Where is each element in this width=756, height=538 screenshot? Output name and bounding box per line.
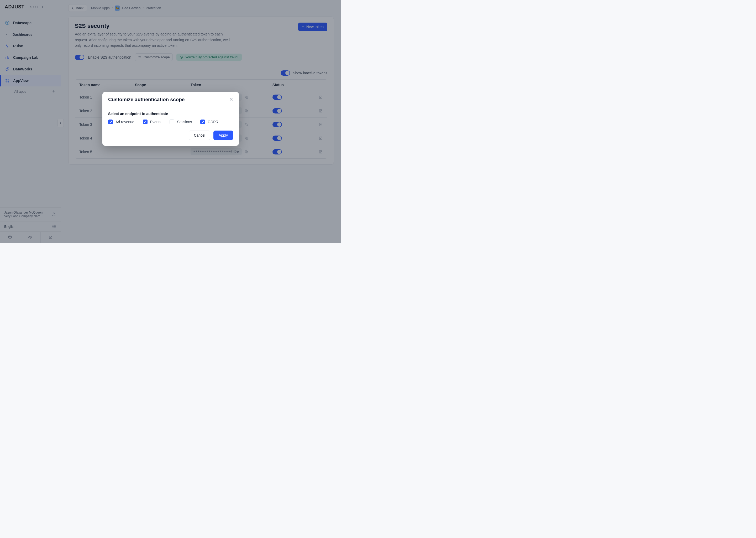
cancel-button[interactable]: Cancel: [189, 131, 210, 140]
checkbox-icon: [169, 120, 174, 124]
checkbox-label: GDPR: [208, 120, 218, 124]
checkbox-events[interactable]: Events: [143, 120, 162, 124]
checkbox-label: Ad revenue: [116, 120, 134, 124]
checkbox-ad-revenue[interactable]: Ad revenue: [108, 120, 134, 124]
endpoint-checkbox-row: Ad revenue Events Sessions GDPR: [108, 120, 233, 124]
checkbox-sessions[interactable]: Sessions: [169, 120, 192, 124]
checkbox-gdpr[interactable]: GDPR: [200, 120, 218, 124]
checkbox-icon: [108, 120, 113, 124]
checkbox-icon: [200, 120, 205, 124]
checkbox-icon: [143, 120, 148, 124]
modal-title: Customize authentication scope: [108, 97, 185, 102]
checkbox-label: Events: [150, 120, 162, 124]
checkbox-label: Sessions: [177, 120, 192, 124]
apply-button[interactable]: Apply: [213, 131, 233, 140]
modal-subtitle: Select an endpoint to authenticate: [108, 112, 233, 116]
close-icon[interactable]: ✕: [229, 97, 233, 102]
customize-scope-modal: Customize authentication scope ✕ Select …: [102, 92, 239, 146]
modal-body: Select an endpoint to authenticate Ad re…: [102, 107, 239, 126]
modal-footer: Cancel Apply: [102, 126, 239, 146]
modal-header: Customize authentication scope ✕: [102, 92, 239, 107]
